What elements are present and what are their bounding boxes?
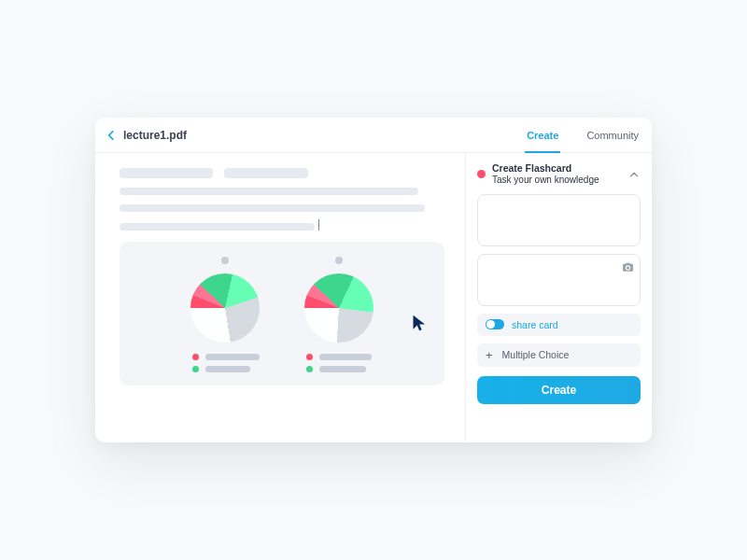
collapse-button[interactable] (627, 168, 641, 181)
text-placeholder (120, 204, 425, 212)
filename: lecture1.pdf (123, 129, 187, 142)
legend-item (192, 366, 260, 372)
sidebar-panel: Create Flashcard Task your own knowledge… (465, 153, 652, 442)
multiple-choice-button[interactable]: + Multiple Choice (477, 343, 641, 367)
legend-dot (306, 366, 313, 372)
chart-dot (335, 257, 343, 264)
multiple-choice-label: Multiple Choice (502, 349, 570, 360)
legend-item (192, 354, 260, 360)
back-button[interactable]: lecture1.pdf (105, 129, 187, 142)
panel-header: Create Flashcard Task your own knowledge (477, 162, 641, 187)
flashcard-back-input[interactable] (477, 254, 641, 306)
legend-item (306, 366, 372, 372)
camera-icon (622, 261, 634, 273)
plus-icon: + (486, 349, 493, 361)
legend-label-placeholder (319, 354, 372, 360)
app-window: lecture1.pdf Create Community (95, 118, 652, 442)
tab-community[interactable]: Community (586, 118, 639, 152)
share-card-row: share card (477, 314, 641, 336)
legend-item (306, 354, 372, 360)
chart-legend (192, 354, 260, 372)
chart-legend (306, 354, 372, 372)
panel-title-block: Create Flashcard Task your own knowledge (492, 162, 599, 187)
text-cursor (318, 219, 319, 231)
tabs: Create Community (527, 118, 639, 152)
legend-dot (306, 354, 313, 360)
share-label: share card (512, 319, 558, 330)
chart-2 (304, 257, 374, 372)
legend-dot (192, 354, 199, 360)
legend-label-placeholder (205, 366, 250, 372)
text-placeholder (120, 188, 418, 195)
create-button[interactable]: Create (477, 376, 641, 404)
flashcard-front-input[interactable] (477, 194, 641, 246)
chevron-left-icon (105, 129, 118, 142)
tab-create[interactable]: Create (527, 118, 558, 152)
text-placeholder (120, 223, 315, 231)
chart-panel (120, 242, 444, 385)
pie-chart (190, 273, 260, 343)
legend-label-placeholder (319, 366, 366, 372)
share-toggle[interactable] (486, 319, 504, 329)
text-placeholder (120, 168, 213, 178)
add-image-button[interactable] (622, 260, 634, 277)
legend-dot (192, 366, 199, 372)
header: lecture1.pdf Create Community (95, 118, 652, 153)
body: Create Flashcard Task your own knowledge… (95, 153, 652, 442)
pie-chart (304, 273, 374, 343)
document-viewer (95, 153, 465, 442)
panel-subtitle: Task your own knowledge (492, 175, 599, 187)
text-placeholder (224, 168, 308, 178)
status-dot (477, 170, 486, 178)
chart-dot (221, 257, 229, 264)
legend-label-placeholder (205, 354, 260, 360)
chevron-up-icon (627, 168, 641, 181)
chart-1 (190, 257, 260, 372)
panel-title: Create Flashcard (492, 162, 599, 175)
